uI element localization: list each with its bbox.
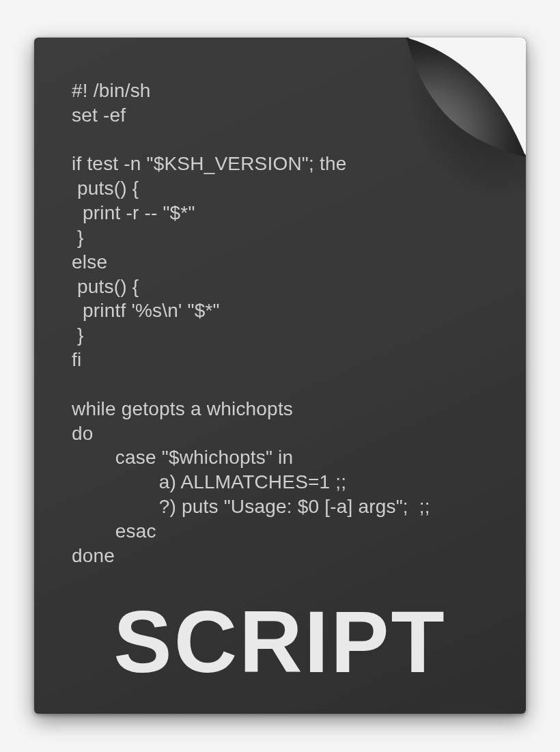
script-file-icon: #! /bin/sh set -ef if test -n "$KSH_VERS…: [34, 38, 526, 714]
script-code-block: #! /bin/sh set -ef if test -n "$KSH_VERS…: [72, 79, 519, 568]
file-type-label: SCRIPT: [34, 591, 526, 692]
canvas: #! /bin/sh set -ef if test -n "$KSH_VERS…: [0, 0, 560, 752]
